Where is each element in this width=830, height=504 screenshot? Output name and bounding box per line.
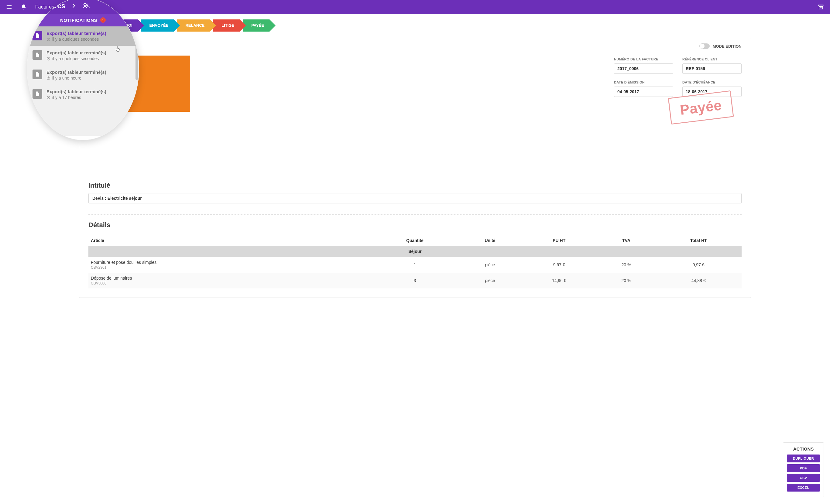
notification-title: Export(s) tableur terminé(s) <box>46 89 106 94</box>
invoice-fields: NUMÉRO DE LA FACTURE 2017_0006 DATE D'ÉM… <box>614 56 742 97</box>
col-qty: Quantité <box>371 235 459 246</box>
notification-time: il y a quelques secondes <box>52 56 99 61</box>
line-items-table: Article Quantité Unité PU HT TVA Total H… <box>88 235 742 289</box>
notification-item[interactable]: Export(s) tableur terminé(s) il y a quel… <box>27 26 139 46</box>
notifications-list: Export(s) tableur terminé(s) il y a quel… <box>27 26 139 136</box>
notification-time: il y a quelques secondes <box>52 37 99 42</box>
invoice-number-label: NUMÉRO DE LA FACTURE <box>614 57 658 61</box>
item-total: 9,97 € <box>655 257 742 273</box>
notifications-popover: Factures NOTIFICATIONS 1 Export(s) table… <box>27 0 139 140</box>
intitule-heading: Intitulé <box>88 181 742 190</box>
users-icon <box>82 2 90 9</box>
item-name: Fourniture et pose douilles simplesCBV23… <box>88 257 371 273</box>
clock-icon <box>46 37 51 41</box>
notifications-badge: 1 <box>100 17 106 23</box>
item-ref: CBV2301 <box>91 265 368 270</box>
spreadsheet-icon <box>33 70 42 79</box>
page-title: Factures <box>35 4 54 10</box>
notification-item[interactable]: Export(s) tableur terminé(s) il y a une … <box>27 65 139 85</box>
item-total: 44,88 € <box>655 273 742 289</box>
col-tva: TVA <box>597 235 656 246</box>
details-heading: Détails <box>88 221 742 229</box>
clock-icon <box>46 96 51 100</box>
client-ref-label: RÉFÉRENCE CLIENT <box>682 57 717 61</box>
client-ref-input[interactable]: REF-0156 <box>682 63 742 74</box>
due-date-label: DATE D'ÉCHÉANCE <box>682 80 715 84</box>
notification-title: Export(s) tableur terminé(s) <box>46 31 106 36</box>
scrollbar[interactable] <box>135 28 138 80</box>
item-tva: 20 % <box>597 257 656 273</box>
intitule-input[interactable]: Devis : Electricité séjour <box>88 193 742 203</box>
archive-icon[interactable] <box>818 4 824 10</box>
group-row: Séjour <box>88 246 742 257</box>
notification-time: il y a 17 heures <box>52 95 81 100</box>
clock-icon <box>46 76 51 80</box>
cursor-pointer-icon <box>115 45 121 53</box>
switch-off-icon <box>699 43 710 49</box>
notifications-title: NOTIFICATIONS 1 <box>27 14 139 26</box>
bell-icon[interactable] <box>21 4 27 10</box>
emission-date-label: DATE D'ÉMISSION <box>614 80 645 84</box>
item-unit: pièce <box>459 257 521 273</box>
notification-title: Export(s) tableur terminé(s) <box>46 50 106 55</box>
item-ref: CBV3000 <box>91 281 368 285</box>
col-total: Total HT <box>655 235 742 246</box>
item-qty: 1 <box>371 257 459 273</box>
emission-date-input[interactable]: 04-05-2017 <box>614 87 673 97</box>
item-pu: 14,96 € <box>521 273 597 289</box>
notification-title: Export(s) tableur terminé(s) <box>46 70 106 75</box>
spreadsheet-icon <box>33 89 42 99</box>
item-name: Dépose de luminairesCBV3000 <box>88 273 371 289</box>
col-pu: PU HT <box>521 235 597 246</box>
spreadsheet-icon <box>33 31 42 40</box>
invoice-number-input[interactable]: 2017_0006 <box>614 63 673 74</box>
status-step-litige[interactable]: LITIGE <box>213 20 240 32</box>
hamburger-icon[interactable] <box>6 4 12 10</box>
item-qty: 3 <box>371 273 459 289</box>
item-unit: pièce <box>459 273 521 289</box>
item-pu: 9,97 € <box>521 257 597 273</box>
spreadsheet-icon <box>33 50 42 60</box>
mode-edition-toggle[interactable]: MODE ÉDITION <box>699 43 742 49</box>
item-tva: 20 % <box>597 273 656 289</box>
status-ribbon: ATTENTE D'ENVOI ENVOYÉE RELANCE LITIGE P… <box>79 20 830 32</box>
mode-edition-label: MODE ÉDITION <box>713 44 742 48</box>
chevron-right-icon <box>71 3 76 8</box>
invoice-card: e Créer un avoir MODE ÉDITION NUMÉRO DE … <box>79 38 751 298</box>
notifications-title-text: NOTIFICATIONS <box>60 18 97 23</box>
col-article: Article <box>88 235 371 246</box>
notification-item[interactable]: Export(s) tableur terminé(s) il y a quel… <box>27 46 139 65</box>
divider <box>88 214 742 215</box>
col-unit: Unité <box>459 235 521 246</box>
status-step-payee[interactable]: PAYÉE <box>243 20 269 32</box>
topbar: Factures <box>0 0 830 14</box>
notification-time: il y a une heure <box>52 76 82 80</box>
notification-item[interactable]: Export(s) tableur terminé(s) il y a 17 h… <box>27 85 139 104</box>
status-step-relance[interactable]: RELANCE <box>177 20 210 32</box>
clock-icon <box>46 57 51 61</box>
status-step-envoyee[interactable]: ENVOYÉE <box>141 20 174 32</box>
